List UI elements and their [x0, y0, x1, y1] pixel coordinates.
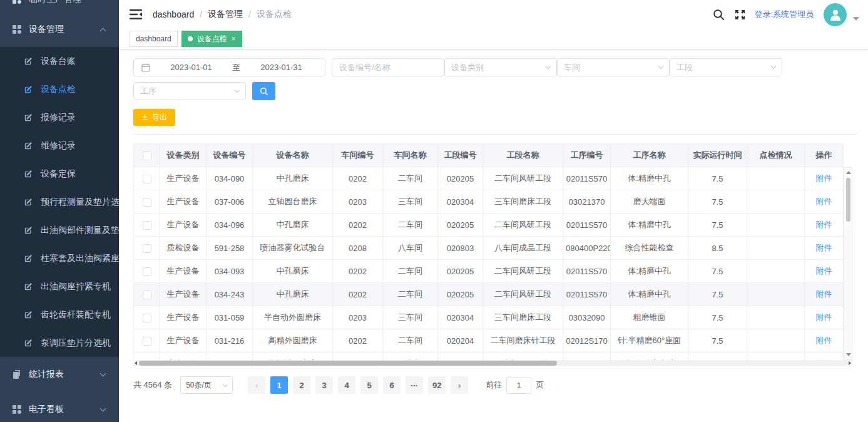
attachment-link[interactable]: 附件 — [816, 197, 832, 206]
page-ellipsis-button[interactable]: ••• — [406, 376, 423, 394]
table-cell: 中孔磨床 — [253, 283, 333, 306]
breadcrumb-item[interactable]: dashboard — [153, 9, 194, 19]
attachment-link[interactable]: 附件 — [816, 336, 832, 345]
sidebar-subitem[interactable]: 泵调压垫片分选机 — [0, 329, 119, 357]
scroll-down-arrow-icon[interactable] — [846, 353, 851, 356]
page-size-select[interactable]: 50条/页 — [180, 376, 233, 394]
process-select[interactable]: 工序 — [133, 82, 246, 100]
row-checkbox[interactable] — [143, 291, 151, 299]
sidebar-subitem[interactable]: 设备点检 — [0, 75, 119, 103]
close-icon[interactable]: × — [232, 35, 236, 43]
table-cell: 体:精磨中孔 — [611, 214, 688, 237]
sidebar-item-temp-production[interactable]: 临时生产管理 — [0, 0, 119, 6]
attachment-link[interactable]: 附件 — [816, 266, 832, 275]
sidebar-subitem-label: 设备定保 — [41, 168, 76, 180]
sidebar-item-label: 统计报表 — [29, 369, 64, 380]
sidebar-item-device-management[interactable]: 设备管理 — [0, 12, 119, 47]
row-checkbox[interactable] — [143, 221, 151, 230]
table-cell: 080400P220 — [563, 237, 611, 260]
hamburger-icon[interactable] — [130, 9, 142, 20]
page-number-button[interactable]: 1 — [270, 376, 288, 394]
sidebar-subitem-label: 预行程测量及垫片选配 — [41, 197, 119, 208]
vertical-scroll-thumb[interactable] — [846, 178, 850, 222]
page-number-button[interactable]: 4 — [338, 376, 355, 394]
goto-page-input[interactable] — [506, 377, 531, 394]
select-placeholder: 车间 — [564, 62, 580, 73]
table-cell: 0202 — [333, 260, 383, 283]
action-cell: 附件 — [805, 214, 844, 237]
sidebar-subitem[interactable]: 柱塞套及出油阀紧座预 — [0, 244, 119, 272]
page-number-button[interactable]: 2 — [293, 376, 310, 394]
page-number-button[interactable]: 92 — [428, 376, 446, 394]
table-cell: 0202 — [333, 167, 383, 190]
row-checkbox[interactable] — [143, 244, 151, 253]
login-status-label[interactable]: 登录:系统管理员 — [754, 9, 814, 20]
scroll-right-arrow-icon[interactable] — [849, 361, 851, 365]
edit-icon — [24, 254, 33, 263]
scroll-up-arrow-icon[interactable] — [846, 171, 851, 174]
table-cell: 020304 — [438, 306, 483, 329]
row-checkbox[interactable] — [143, 267, 151, 276]
avatar[interactable] — [824, 3, 847, 26]
sidebar-subitem[interactable]: 出油阀座拧紧专机 — [0, 272, 119, 301]
table-cell: 体:精磨中孔 — [611, 260, 688, 283]
filter-select[interactable]: 工段 — [670, 58, 782, 76]
view-tag[interactable]: dashboard — [130, 31, 178, 47]
table-cell: 针:半精磨60°座面 — [611, 329, 688, 353]
date-start-value[interactable]: 2023-01-01 — [153, 63, 230, 72]
filter-select[interactable]: 车间 — [557, 58, 670, 76]
sidebar-item-stats-report[interactable]: 统计报表 — [0, 357, 119, 392]
scroll-left-arrow-icon[interactable] — [135, 361, 137, 365]
attachment-link[interactable]: 附件 — [816, 289, 832, 299]
fullscreen-icon[interactable] — [735, 9, 745, 20]
page-number-button[interactable]: 6 — [383, 376, 401, 394]
horizontal-scrollbar[interactable] — [133, 360, 852, 366]
app-root: 临时生产管理 设备管理 设备台账设备点检报修记录维修记录设备定保预行程测量及垫片… — [0, 0, 868, 422]
search-button[interactable] — [252, 82, 275, 100]
sidebar-subitem[interactable]: 出油阀部件测量及垫片 — [0, 216, 119, 244]
sidebar-subitem[interactable]: 报修记录 — [0, 103, 119, 131]
table-cell — [747, 190, 805, 214]
breadcrumb-item[interactable]: 设备管理 — [208, 9, 243, 20]
prev-page-button[interactable]: ‹ — [248, 376, 265, 394]
export-button[interactable]: 导出 — [133, 109, 175, 126]
horizontal-scroll-thumb[interactable] — [139, 361, 557, 366]
vertical-scrollbar[interactable] — [844, 167, 852, 360]
table-cell: 020204 — [438, 329, 483, 353]
grid-icon — [13, 25, 21, 34]
sidebar-subitem[interactable]: 维修记录 — [0, 131, 119, 160]
table-cell: 体:精磨中孔 — [611, 283, 688, 306]
row-checkbox[interactable] — [143, 175, 151, 183]
device-search-input[interactable] — [332, 58, 444, 76]
column-header: 设备编号 — [207, 144, 253, 167]
sidebar-subitem[interactable]: 设备台账 — [0, 47, 119, 75]
sidebar-subitem[interactable]: 齿轮齿杆装配专机 — [0, 301, 119, 329]
breadcrumb-separator: / — [248, 9, 251, 19]
sidebar-item-e-board[interactable]: 电子看板 — [0, 392, 119, 422]
row-checkbox[interactable] — [143, 198, 151, 207]
grid-icon — [13, 0, 21, 4]
row-checkbox[interactable] — [143, 314, 151, 322]
table-cell: 二车间风研工段 — [483, 260, 563, 283]
search-icon[interactable] — [713, 9, 725, 21]
select-placeholder: 工段 — [677, 62, 693, 73]
attachment-link[interactable]: 附件 — [816, 243, 832, 252]
view-tag[interactable]: 设备点检× — [181, 31, 242, 47]
sidebar-subitem[interactable]: 预行程测量及垫片选配 — [0, 188, 119, 216]
attachment-link[interactable]: 附件 — [816, 173, 832, 183]
date-end-value[interactable]: 2023-01-31 — [243, 63, 320, 72]
page-number-button[interactable]: 3 — [315, 376, 333, 394]
attachment-link[interactable]: 附件 — [816, 312, 832, 322]
attachment-link[interactable]: 附件 — [816, 220, 832, 229]
table-cell: 二车间风研工段 — [483, 283, 563, 306]
sidebar-subitem[interactable]: 设备定保 — [0, 160, 119, 188]
sidebar-subitem-label: 出油阀部件测量及垫片 — [41, 225, 119, 236]
chevron-down-icon[interactable] — [853, 17, 859, 21]
next-page-button[interactable]: › — [451, 376, 468, 394]
row-checkbox[interactable] — [143, 337, 151, 346]
table-cell: 7.5 — [688, 214, 747, 237]
select-all-checkbox[interactable] — [143, 152, 151, 160]
page-number-button[interactable]: 5 — [360, 376, 378, 394]
date-range-picker[interactable]: 2023-01-01 至 2023-01-31 — [133, 58, 325, 76]
filter-select[interactable]: 设备类别 — [444, 58, 557, 76]
